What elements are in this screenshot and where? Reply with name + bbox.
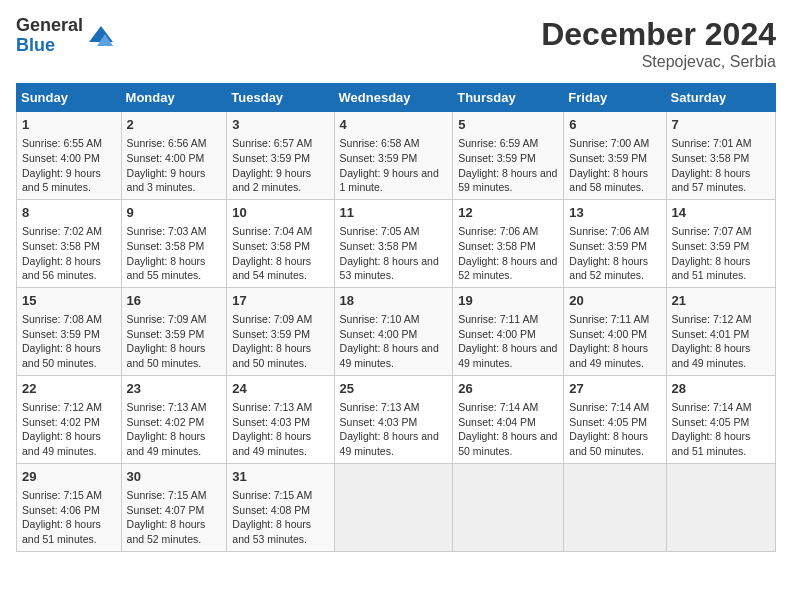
day-info: Sunrise: 7:11 AMSunset: 4:00 PMDaylight:… bbox=[569, 312, 660, 371]
day-info: Sunrise: 7:09 AMSunset: 3:59 PMDaylight:… bbox=[127, 312, 222, 371]
column-header-friday: Friday bbox=[564, 84, 666, 112]
logo-blue-text: Blue bbox=[16, 36, 83, 56]
calendar-cell bbox=[453, 463, 564, 551]
calendar-cell: 21Sunrise: 7:12 AMSunset: 4:01 PMDayligh… bbox=[666, 287, 775, 375]
calendar-cell: 5Sunrise: 6:59 AMSunset: 3:59 PMDaylight… bbox=[453, 112, 564, 200]
day-info: Sunrise: 7:14 AMSunset: 4:04 PMDaylight:… bbox=[458, 400, 558, 459]
calendar-cell: 1Sunrise: 6:55 AMSunset: 4:00 PMDaylight… bbox=[17, 112, 122, 200]
day-info: Sunrise: 7:14 AMSunset: 4:05 PMDaylight:… bbox=[672, 400, 770, 459]
day-number: 11 bbox=[340, 204, 448, 222]
day-info: Sunrise: 6:59 AMSunset: 3:59 PMDaylight:… bbox=[458, 136, 558, 195]
day-number: 19 bbox=[458, 292, 558, 310]
calendar-cell: 11Sunrise: 7:05 AMSunset: 3:58 PMDayligh… bbox=[334, 199, 453, 287]
calendar-cell: 6Sunrise: 7:00 AMSunset: 3:59 PMDaylight… bbox=[564, 112, 666, 200]
day-number: 8 bbox=[22, 204, 116, 222]
day-number: 22 bbox=[22, 380, 116, 398]
day-info: Sunrise: 7:01 AMSunset: 3:58 PMDaylight:… bbox=[672, 136, 770, 195]
calendar-cell: 20Sunrise: 7:11 AMSunset: 4:00 PMDayligh… bbox=[564, 287, 666, 375]
day-info: Sunrise: 7:12 AMSunset: 4:02 PMDaylight:… bbox=[22, 400, 116, 459]
calendar-cell: 17Sunrise: 7:09 AMSunset: 3:59 PMDayligh… bbox=[227, 287, 334, 375]
day-number: 30 bbox=[127, 468, 222, 486]
day-info: Sunrise: 7:15 AMSunset: 4:08 PMDaylight:… bbox=[232, 488, 328, 547]
week-row-5: 29Sunrise: 7:15 AMSunset: 4:06 PMDayligh… bbox=[17, 463, 776, 551]
calendar-cell: 4Sunrise: 6:58 AMSunset: 3:59 PMDaylight… bbox=[334, 112, 453, 200]
day-info: Sunrise: 7:08 AMSunset: 3:59 PMDaylight:… bbox=[22, 312, 116, 371]
calendar-cell: 27Sunrise: 7:14 AMSunset: 4:05 PMDayligh… bbox=[564, 375, 666, 463]
day-info: Sunrise: 7:05 AMSunset: 3:58 PMDaylight:… bbox=[340, 224, 448, 283]
calendar-cell: 29Sunrise: 7:15 AMSunset: 4:06 PMDayligh… bbox=[17, 463, 122, 551]
week-row-2: 8Sunrise: 7:02 AMSunset: 3:58 PMDaylight… bbox=[17, 199, 776, 287]
day-info: Sunrise: 7:04 AMSunset: 3:58 PMDaylight:… bbox=[232, 224, 328, 283]
day-info: Sunrise: 6:57 AMSunset: 3:59 PMDaylight:… bbox=[232, 136, 328, 195]
day-number: 14 bbox=[672, 204, 770, 222]
logo-icon bbox=[87, 22, 115, 50]
calendar-cell: 16Sunrise: 7:09 AMSunset: 3:59 PMDayligh… bbox=[121, 287, 227, 375]
column-header-saturday: Saturday bbox=[666, 84, 775, 112]
calendar-cell bbox=[334, 463, 453, 551]
subtitle: Stepojevac, Serbia bbox=[541, 53, 776, 71]
day-number: 31 bbox=[232, 468, 328, 486]
calendar-cell bbox=[564, 463, 666, 551]
day-number: 18 bbox=[340, 292, 448, 310]
day-number: 25 bbox=[340, 380, 448, 398]
day-number: 16 bbox=[127, 292, 222, 310]
week-row-3: 15Sunrise: 7:08 AMSunset: 3:59 PMDayligh… bbox=[17, 287, 776, 375]
day-info: Sunrise: 6:55 AMSunset: 4:00 PMDaylight:… bbox=[22, 136, 116, 195]
calendar-cell: 7Sunrise: 7:01 AMSunset: 3:58 PMDaylight… bbox=[666, 112, 775, 200]
day-number: 26 bbox=[458, 380, 558, 398]
day-info: Sunrise: 7:13 AMSunset: 4:03 PMDaylight:… bbox=[340, 400, 448, 459]
column-header-wednesday: Wednesday bbox=[334, 84, 453, 112]
calendar-cell: 28Sunrise: 7:14 AMSunset: 4:05 PMDayligh… bbox=[666, 375, 775, 463]
day-number: 4 bbox=[340, 116, 448, 134]
day-info: Sunrise: 7:09 AMSunset: 3:59 PMDaylight:… bbox=[232, 312, 328, 371]
calendar-cell: 30Sunrise: 7:15 AMSunset: 4:07 PMDayligh… bbox=[121, 463, 227, 551]
day-info: Sunrise: 7:07 AMSunset: 3:59 PMDaylight:… bbox=[672, 224, 770, 283]
day-info: Sunrise: 7:10 AMSunset: 4:00 PMDaylight:… bbox=[340, 312, 448, 371]
calendar-cell: 13Sunrise: 7:06 AMSunset: 3:59 PMDayligh… bbox=[564, 199, 666, 287]
day-number: 13 bbox=[569, 204, 660, 222]
day-number: 2 bbox=[127, 116, 222, 134]
day-number: 27 bbox=[569, 380, 660, 398]
day-number: 9 bbox=[127, 204, 222, 222]
day-info: Sunrise: 7:13 AMSunset: 4:02 PMDaylight:… bbox=[127, 400, 222, 459]
calendar-cell: 8Sunrise: 7:02 AMSunset: 3:58 PMDaylight… bbox=[17, 199, 122, 287]
column-header-monday: Monday bbox=[121, 84, 227, 112]
week-row-4: 22Sunrise: 7:12 AMSunset: 4:02 PMDayligh… bbox=[17, 375, 776, 463]
day-info: Sunrise: 7:03 AMSunset: 3:58 PMDaylight:… bbox=[127, 224, 222, 283]
header-row: SundayMondayTuesdayWednesdayThursdayFrid… bbox=[17, 84, 776, 112]
day-info: Sunrise: 7:13 AMSunset: 4:03 PMDaylight:… bbox=[232, 400, 328, 459]
calendar-cell: 24Sunrise: 7:13 AMSunset: 4:03 PMDayligh… bbox=[227, 375, 334, 463]
day-number: 24 bbox=[232, 380, 328, 398]
day-info: Sunrise: 7:06 AMSunset: 3:59 PMDaylight:… bbox=[569, 224, 660, 283]
day-info: Sunrise: 6:58 AMSunset: 3:59 PMDaylight:… bbox=[340, 136, 448, 195]
calendar-cell: 12Sunrise: 7:06 AMSunset: 3:58 PMDayligh… bbox=[453, 199, 564, 287]
calendar-cell: 14Sunrise: 7:07 AMSunset: 3:59 PMDayligh… bbox=[666, 199, 775, 287]
day-number: 20 bbox=[569, 292, 660, 310]
day-number: 7 bbox=[672, 116, 770, 134]
day-number: 23 bbox=[127, 380, 222, 398]
calendar-cell: 22Sunrise: 7:12 AMSunset: 4:02 PMDayligh… bbox=[17, 375, 122, 463]
title-block: December 2024 Stepojevac, Serbia bbox=[541, 16, 776, 71]
calendar-cell: 31Sunrise: 7:15 AMSunset: 4:08 PMDayligh… bbox=[227, 463, 334, 551]
day-info: Sunrise: 7:02 AMSunset: 3:58 PMDaylight:… bbox=[22, 224, 116, 283]
day-info: Sunrise: 7:06 AMSunset: 3:58 PMDaylight:… bbox=[458, 224, 558, 283]
calendar-cell: 3Sunrise: 6:57 AMSunset: 3:59 PMDaylight… bbox=[227, 112, 334, 200]
day-number: 6 bbox=[569, 116, 660, 134]
calendar-cell: 2Sunrise: 6:56 AMSunset: 4:00 PMDaylight… bbox=[121, 112, 227, 200]
week-row-1: 1Sunrise: 6:55 AMSunset: 4:00 PMDaylight… bbox=[17, 112, 776, 200]
day-number: 17 bbox=[232, 292, 328, 310]
logo: General Blue bbox=[16, 16, 115, 56]
calendar-cell: 25Sunrise: 7:13 AMSunset: 4:03 PMDayligh… bbox=[334, 375, 453, 463]
day-number: 12 bbox=[458, 204, 558, 222]
day-number: 29 bbox=[22, 468, 116, 486]
calendar-table: SundayMondayTuesdayWednesdayThursdayFrid… bbox=[16, 83, 776, 552]
day-number: 15 bbox=[22, 292, 116, 310]
column-header-thursday: Thursday bbox=[453, 84, 564, 112]
day-number: 10 bbox=[232, 204, 328, 222]
calendar-cell: 23Sunrise: 7:13 AMSunset: 4:02 PMDayligh… bbox=[121, 375, 227, 463]
day-info: Sunrise: 7:15 AMSunset: 4:06 PMDaylight:… bbox=[22, 488, 116, 547]
calendar-cell: 15Sunrise: 7:08 AMSunset: 3:59 PMDayligh… bbox=[17, 287, 122, 375]
day-info: Sunrise: 7:15 AMSunset: 4:07 PMDaylight:… bbox=[127, 488, 222, 547]
day-number: 28 bbox=[672, 380, 770, 398]
svg-marker-0 bbox=[89, 26, 113, 42]
